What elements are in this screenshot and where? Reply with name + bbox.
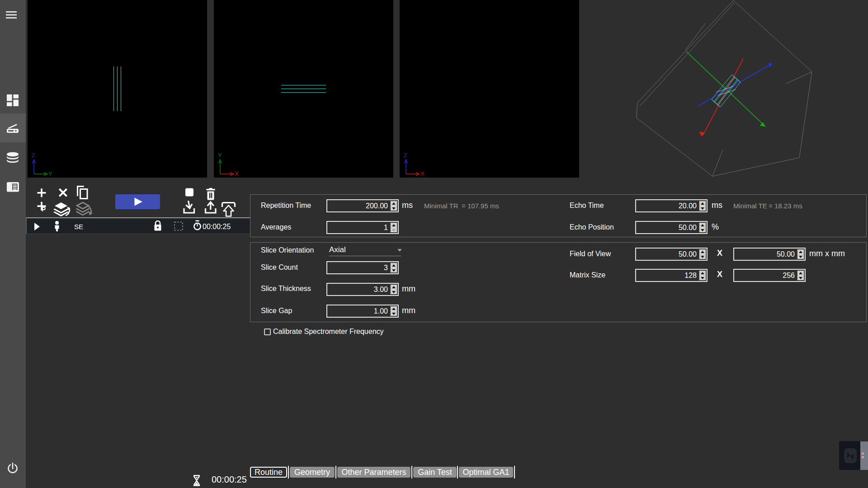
svg-text:X: X xyxy=(420,170,425,177)
svg-text:00:00:25: 00:00:25 xyxy=(203,223,231,230)
svg-text:SE: SE xyxy=(74,223,83,230)
svg-text:Z: Z xyxy=(404,152,407,159)
